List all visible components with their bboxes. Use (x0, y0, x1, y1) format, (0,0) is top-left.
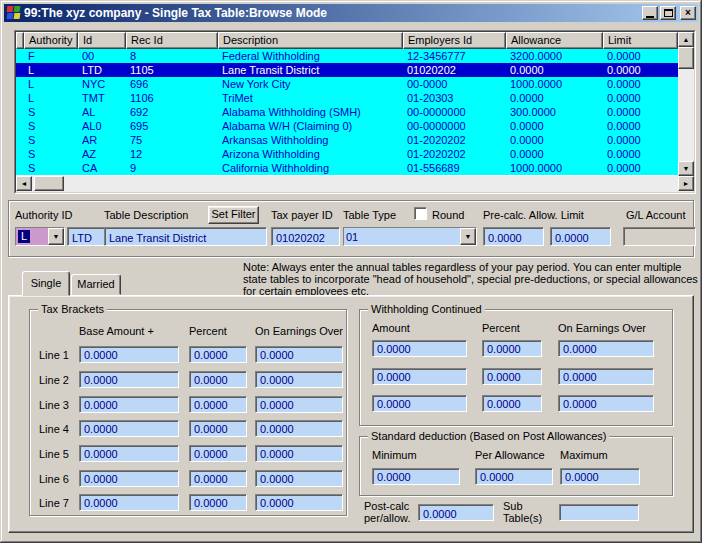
grid-header-allowance[interactable]: Allowance (506, 32, 603, 49)
cell-recid: 8 (126, 49, 218, 63)
tab-single[interactable]: Single (22, 271, 70, 296)
minimize-button[interactable] (642, 6, 658, 20)
withholding-over-field[interactable] (558, 368, 654, 385)
horizontal-scrollbar[interactable]: ◄ ► (16, 176, 694, 192)
authority-combo[interactable]: L ▼ (15, 227, 65, 246)
round-checkbox[interactable] (414, 207, 427, 220)
row-marker (16, 161, 24, 175)
precalc-allow-field[interactable] (483, 227, 544, 246)
grid-header-employersid[interactable]: Employers Id (403, 32, 506, 49)
grid-header-authority[interactable]: Authority (24, 32, 78, 49)
cell-description: New York City (218, 77, 403, 91)
table-type-dropdown-button[interactable]: ▼ (460, 228, 476, 245)
cell-description: Lane Transit District (218, 63, 403, 77)
row-marker (16, 119, 24, 133)
scroll-down-icon: ▼ (683, 165, 690, 172)
vertical-scrollbar[interactable]: ▲ ▼ (678, 32, 694, 176)
grid-header-description[interactable]: Description (218, 32, 403, 49)
withholding-percent-field[interactable] (482, 340, 542, 357)
chevron-down-icon: ▼ (53, 233, 60, 240)
table-row[interactable]: S AZ 12 Arizona Withholding 01-2020202 0… (16, 147, 678, 161)
set-filter-button[interactable]: Set Filter (208, 206, 259, 224)
withholding-amount-field[interactable] (372, 395, 467, 412)
bracket-percent-field[interactable] (189, 445, 247, 462)
horizontal-scroll-thumb[interactable] (34, 176, 64, 191)
cell-authority: S (24, 119, 78, 133)
bracket-percent-field[interactable] (189, 396, 247, 413)
bracket-over-field[interactable] (255, 470, 343, 487)
table-row[interactable]: S AL0 695 Alabama W/H (Claiming 0) 00-00… (16, 119, 678, 133)
table-row[interactable]: S CA 9 California Withholding 01-556689 … (16, 161, 678, 175)
vertical-scroll-thumb[interactable] (678, 47, 694, 69)
tab-married[interactable]: Married (71, 274, 121, 295)
authority-combo-value-area: L (16, 228, 48, 245)
cell-limit: 0.0000 (603, 147, 678, 161)
maximum-field[interactable] (560, 468, 640, 485)
bracket-base-field[interactable] (79, 396, 179, 413)
withholding-over-field[interactable] (558, 340, 654, 357)
bracket-percent-field[interactable] (189, 470, 247, 487)
postcalc-field[interactable] (418, 504, 494, 521)
app-icon (7, 6, 21, 20)
minimum-field[interactable] (372, 468, 460, 485)
cell-authority: S (24, 147, 78, 161)
note-text: Note: Always enter the annual tables reg… (243, 261, 699, 295)
scroll-left-icon: ◄ (21, 180, 28, 187)
bracket-over-field[interactable] (255, 346, 343, 363)
bracket-base-field[interactable] (79, 346, 179, 363)
grid-header-limit[interactable]: Limit (603, 32, 678, 49)
grid-header-id[interactable]: Id (78, 32, 126, 49)
line-label: Line 6 (39, 473, 69, 485)
cell-employersid: 00-0000000 (403, 119, 506, 133)
grid-header-recid[interactable]: Rec Id (126, 32, 218, 49)
table-row[interactable]: S AR 75 Arkansas Withholding 01-2020202 … (16, 133, 678, 147)
bracket-over-field[interactable] (255, 445, 343, 462)
sub-tables-field[interactable] (559, 504, 639, 521)
table-row[interactable]: S AL 692 Alabama Withholding (SMH) 00-00… (16, 105, 678, 119)
table-row-selected[interactable]: L LTD 1105 Lane Transit District 0102020… (16, 63, 678, 77)
withholding-amount-field[interactable] (372, 340, 467, 357)
scroll-left-button[interactable]: ◄ (16, 176, 32, 191)
scroll-right-button[interactable]: ► (678, 176, 694, 191)
bracket-over-field[interactable] (255, 420, 343, 437)
table-description-field[interactable] (104, 227, 267, 246)
minimize-icon (646, 16, 654, 18)
bracket-base-field[interactable] (79, 371, 179, 388)
bracket-base-field[interactable] (79, 494, 179, 511)
titlebar[interactable]: 99:The xyz company - Single Tax Table:Br… (4, 4, 698, 22)
scroll-down-button[interactable]: ▼ (678, 161, 694, 176)
bracket-base-field[interactable] (79, 445, 179, 462)
withholding-over-field[interactable] (558, 395, 654, 412)
grid-header-marker[interactable] (16, 32, 24, 49)
precalc-limit-field[interactable] (550, 227, 611, 246)
bracket-over-field[interactable] (255, 371, 343, 388)
table-row[interactable]: L NYC 696 New York City 00-0000 1000.000… (16, 77, 678, 91)
scroll-right-icon: ► (683, 180, 690, 187)
table-row[interactable]: F 00 8 Federal Withholding 12-3456777 32… (16, 49, 678, 63)
taxpayer-id-field[interactable] (271, 227, 340, 246)
withholding-percent-field[interactable] (482, 368, 542, 385)
bracket-base-field[interactable] (79, 470, 179, 487)
cell-description: Federal Withholding (218, 49, 403, 63)
per-allowance-field[interactable] (475, 468, 553, 485)
bracket-over-field[interactable] (255, 494, 343, 511)
withholding-amount-field[interactable] (372, 368, 467, 385)
table-row[interactable]: L TMT 1106 TriMet 01-20303 0.0000 0.0000 (16, 91, 678, 105)
close-button[interactable]: × (680, 6, 696, 20)
maximize-button[interactable] (660, 6, 676, 20)
bracket-base-field[interactable] (79, 420, 179, 437)
id-field[interactable] (67, 227, 105, 246)
scroll-up-button[interactable]: ▲ (678, 32, 694, 47)
bracket-percent-field[interactable] (189, 494, 247, 511)
table-type-combo[interactable]: 01 ▼ (343, 227, 477, 246)
bracket-percent-field[interactable] (189, 371, 247, 388)
withholding-percent-field[interactable] (482, 395, 542, 412)
row-marker (16, 105, 24, 119)
bracket-percent-field[interactable] (189, 420, 247, 437)
chevron-down-icon: ▼ (465, 233, 472, 240)
cell-employersid: 12-3456777 (403, 49, 506, 63)
bracket-over-field[interactable] (255, 396, 343, 413)
authority-dropdown-button[interactable]: ▼ (48, 228, 64, 245)
bracket-percent-field[interactable] (189, 346, 247, 363)
close-icon: × (685, 8, 691, 18)
